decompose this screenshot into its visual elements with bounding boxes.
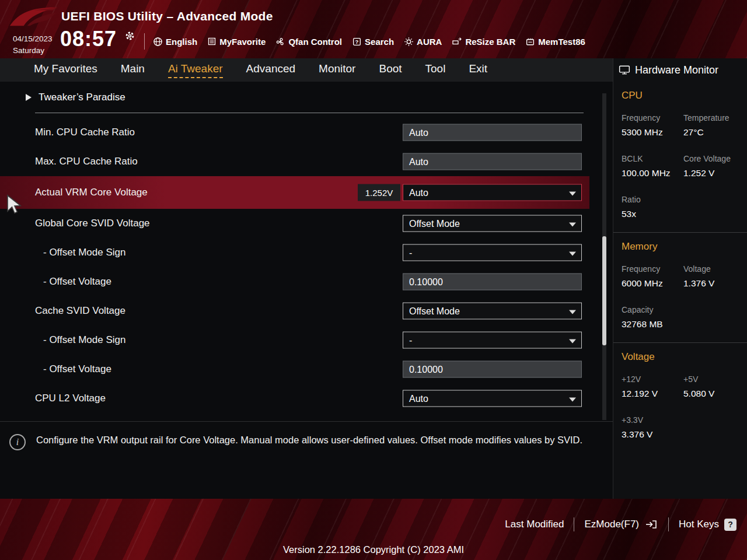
setting-label: - Offset Voltage	[43, 276, 111, 288]
hw-section-cpu: CPU Frequency 5300 MHz Temperature 27°C …	[613, 82, 747, 233]
globe-icon	[153, 37, 163, 47]
tab-boot[interactable]: Boot	[367, 58, 413, 82]
question-mark-icon: ?	[724, 519, 736, 531]
chevron-down-icon	[569, 339, 576, 343]
hw-item: Ratio 53x	[622, 195, 683, 219]
cache-svid-voltage-select[interactable]: Offset Mode	[403, 303, 582, 320]
info-icon: i	[9, 434, 26, 450]
offset-voltage-input-1[interactable]: 0.10000	[403, 274, 582, 290]
section-divider	[35, 113, 584, 113]
setting-label: - Offset Mode Sign	[43, 247, 125, 258]
language-label: English	[166, 37, 197, 47]
qfan-control-label: Qfan Control	[288, 37, 342, 47]
setting-row-offset-mode-sign-1[interactable]: - Offset Mode Sign -	[0, 238, 613, 267]
setting-label: CPU L2 Voltage	[35, 393, 106, 404]
tab-ai-tweaker[interactable]: Ai Tweaker	[156, 58, 235, 82]
footer: Last Modified EzMode(F7) Hot Keys ? Vers…	[0, 499, 747, 560]
setting-row-cache-svid-voltage[interactable]: Cache SVID Voltage Offset Mode	[0, 296, 613, 326]
min-cpu-cache-ratio-input[interactable]: Auto	[403, 124, 582, 141]
memtest-button[interactable]: MemTest86	[525, 37, 585, 47]
menu-bar: My Favorites Main Ai Tweaker Advanced Mo…	[0, 58, 613, 82]
offset-mode-sign-select-1[interactable]: -	[403, 244, 582, 261]
hw-item: Capacity 32768 MB	[622, 305, 683, 330]
aura-icon	[404, 37, 414, 47]
search-label: Search	[365, 37, 394, 47]
setting-label: Global Core SVID Voltage	[35, 218, 150, 229]
footer-divider	[668, 517, 669, 531]
aura-label: AURA	[417, 37, 442, 47]
scrollbar-thumb[interactable]	[602, 236, 606, 345]
chevron-down-icon	[569, 222, 576, 226]
tab-main[interactable]: Main	[109, 58, 156, 82]
offset-mode-sign-select-2[interactable]: -	[403, 332, 582, 349]
hw-item: +5V 5.080 V	[683, 374, 739, 399]
setting-row-offset-mode-sign-2[interactable]: - Offset Mode Sign -	[0, 326, 613, 355]
footer-actions: Last Modified EzMode(F7) Hot Keys ?	[505, 517, 736, 531]
resize-bar-button[interactable]: ReSize BAR	[452, 37, 515, 47]
setting-label: - Offset Voltage	[43, 363, 111, 375]
chevron-down-icon	[569, 251, 576, 256]
ezmode-button[interactable]: EzMode(F7)	[584, 519, 658, 530]
setting-label: - Offset Mode Sign	[43, 334, 125, 346]
hw-item: +3.3V 3.376 V	[622, 415, 683, 440]
resize-bar-icon	[452, 37, 462, 46]
hw-section-memory: Memory Frequency 6000 MHz Voltage 1.376 …	[613, 233, 747, 343]
tab-advanced[interactable]: Advanced	[235, 58, 308, 82]
search-button[interactable]: ? Search	[352, 37, 394, 47]
qfan-control-button[interactable]: Qfan Control	[275, 37, 342, 47]
main-area: My Favorites Main Ai Tweaker Advanced Mo…	[0, 58, 747, 499]
svg-text:?: ?	[355, 38, 359, 45]
hw-section-voltage: Voltage +12V 12.192 V +5V 5.080 V +3.3V …	[613, 343, 747, 453]
ezmode-arrow-icon	[644, 519, 658, 530]
rog-logo	[8, 3, 58, 32]
setting-row-offset-voltage-1[interactable]: - Offset Voltage 0.10000	[0, 267, 613, 296]
vrm-voltage-readout: 1.252V	[358, 184, 400, 201]
breadcrumb[interactable]: Tweaker’s Paradise	[0, 89, 613, 106]
header-toolbar: English MyFavorite Qfan Control	[153, 32, 585, 51]
global-core-svid-voltage-select[interactable]: Offset Mode	[403, 215, 582, 232]
setting-row-global-core-svid-voltage[interactable]: Global Core SVID Voltage Offset Mode	[0, 209, 613, 238]
resize-bar-label: ReSize BAR	[465, 37, 515, 47]
footer-divider	[574, 517, 574, 531]
setting-row-offset-voltage-2[interactable]: - Offset Voltage 0.10000	[0, 355, 613, 384]
setting-label: Actual VRM Core Voltage	[35, 187, 148, 198]
time-display: 08:57	[60, 27, 117, 51]
aura-button[interactable]: AURA	[404, 37, 442, 47]
hw-item: +12V 12.192 V	[622, 374, 683, 399]
mouse-cursor	[5, 194, 23, 217]
ezmode-label: EzMode(F7)	[584, 519, 639, 530]
setting-row-max-cpu-cache-ratio[interactable]: Max. CPU Cache Ratio Auto	[0, 147, 613, 176]
language-button[interactable]: English	[153, 37, 197, 47]
hw-item: Frequency 6000 MHz	[622, 264, 683, 289]
search-icon: ?	[352, 37, 362, 47]
setting-row-min-cpu-cache-ratio[interactable]: Min. CPU Cache Ratio Auto	[0, 118, 613, 147]
max-cpu-cache-ratio-input[interactable]: Auto	[403, 153, 582, 170]
offset-voltage-input-2[interactable]: 0.10000	[403, 361, 582, 378]
setting-label: Min. CPU Cache Ratio	[35, 127, 135, 138]
last-modified-button[interactable]: Last Modified	[505, 519, 564, 530]
setting-row-actual-vrm-core-voltage[interactable]: Actual VRM Core Voltage 1.252V Auto	[0, 176, 589, 209]
tab-my-favorites[interactable]: My Favorites	[22, 58, 109, 82]
myfavorite-button[interactable]: MyFavorite	[207, 37, 266, 47]
breadcrumb-label: Tweaker’s Paradise	[39, 92, 125, 103]
hot-keys-button[interactable]: Hot Keys ?	[679, 519, 736, 531]
chevron-down-icon	[569, 310, 576, 314]
gear-icon[interactable]	[124, 30, 135, 41]
help-text: Configure the VRM output rail for Core V…	[36, 435, 591, 446]
header-divider	[144, 33, 145, 50]
tab-monitor[interactable]: Monitor	[307, 58, 367, 82]
chevron-down-icon	[569, 191, 576, 195]
date-display: 04/15/2023 Saturday	[13, 33, 53, 57]
cpu-l2-voltage-select[interactable]: Auto	[403, 390, 582, 407]
setting-row-cpu-l2-voltage[interactable]: CPU L2 Voltage Auto	[0, 384, 613, 413]
header: UEFI BIOS Utility – Advanced Mode 04/15/…	[0, 0, 747, 58]
content-column: My Favorites Main Ai Tweaker Advanced Mo…	[0, 58, 613, 499]
memtest-icon	[525, 37, 535, 47]
actual-vrm-core-voltage-select[interactable]: Auto	[403, 184, 582, 201]
settings-panel: Tweaker’s Paradise Min. CPU Cache Ratio …	[0, 82, 613, 421]
tab-exit[interactable]: Exit	[457, 58, 499, 82]
hw-item: Temperature 27°C	[683, 113, 739, 138]
fan-icon	[275, 37, 285, 47]
tab-tool[interactable]: Tool	[414, 58, 458, 82]
help-panel: i Configure the VRM output rail for Core…	[0, 421, 613, 499]
